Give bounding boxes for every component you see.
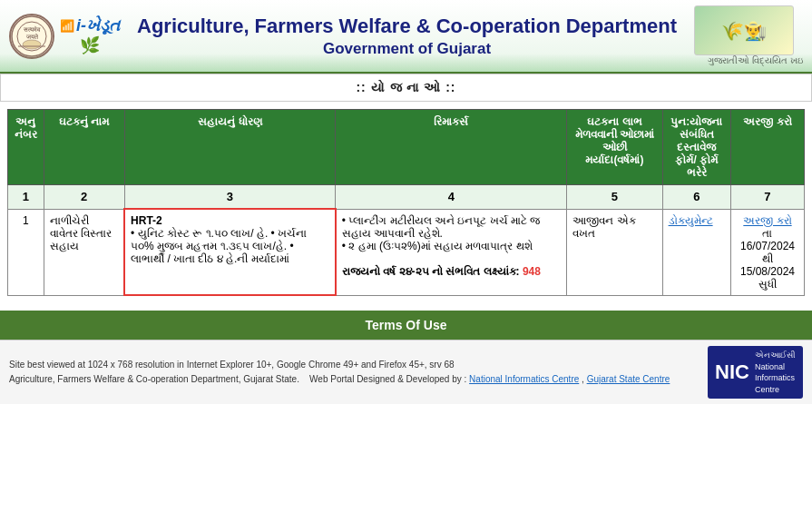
ikhedut-text: i-ખેડૂત (76, 16, 120, 35)
scheme-name: નાળીચેરી વાવેતર વિસ્તાર સહાય (44, 209, 124, 295)
leaf-decoration: 🌿 (80, 35, 100, 55)
docs-link[interactable]: ડોક્યુમેન્ટ (662, 209, 730, 295)
nic-national: National (755, 361, 796, 373)
dept-name: Agriculture, Farmers Welfare & Co-operat… (120, 14, 694, 40)
footer-right: NIC એનઆઈસી National Informatics Centre (708, 346, 803, 399)
terms-bar[interactable]: Terms Of Use (0, 311, 812, 340)
num-7: 7 (730, 185, 804, 210)
footer-dept: Agriculture, Farmers Welfare & Co-operat… (9, 374, 299, 384)
help-title: HRT-2 (131, 214, 329, 227)
footer-line1: Site best viewed at 1024 x 768 resolutio… (9, 358, 708, 372)
ikhedut-brand: 📶 i-ખેડૂત 🌿 (60, 16, 120, 55)
scheme-table: અનુ નંબર ઘટકનું નામ સહાયનું ધોરણ રિમાર્ક… (7, 109, 805, 296)
remarks-target-label: રાજ્યનો વર્ષ ૨૪-૨૫ નો સંભવિત લક્ષ્યાંક: … (342, 265, 561, 278)
footer-left: Site best viewed at 1024 x 768 resolutio… (9, 358, 708, 387)
logo-group: सत्यमेव जयते 📶 i-ખેડૂત 🌿 (9, 14, 120, 59)
remarks-label-text: રાજ્યનો વર્ષ ૨૪-૨૫ નો સંભવિત (342, 265, 480, 278)
apply-link[interactable]: અરજી કરો (737, 214, 798, 227)
nic-link[interactable]: National Informatics Centre (469, 374, 579, 384)
num-5: 5 (567, 185, 662, 210)
th-col1: અનુ નંબર (8, 110, 44, 185)
svg-point-4 (23, 40, 41, 49)
apply-from: થી (737, 252, 798, 265)
min-limit: આજીવન એક વખત (567, 209, 662, 295)
nav-label: :: યો જ ના ઓ :: (356, 80, 455, 94)
terms-label: Terms Of Use (366, 318, 447, 332)
footer-sep: , (582, 374, 584, 384)
wifi-icon: 📶 (60, 19, 74, 33)
num-6: 6 (662, 185, 730, 210)
help-details: • યુનિટ કોસ્ટ રૂ ૧.૫૦ લાખ/ હે. • ખર્ચના … (131, 227, 329, 265)
th-col5: ઘટકના લાભ મેળવવાની ઓછામાં ઓછી મર્યાદા(વર… (567, 110, 662, 185)
num-2: 2 (44, 185, 124, 210)
num-4: 4 (336, 185, 567, 210)
apply-date1: તા 16/07/2024 (737, 227, 798, 252)
nic-centre: Centre (755, 384, 796, 396)
th-col2: ઘટકનું નામ (44, 110, 124, 185)
apply-cell: અરજી કરો તા 16/07/2024 થી 15/08/2024 સુધ… (730, 209, 804, 295)
th-col4: રિમાર્ક્સ (336, 110, 567, 185)
remarks-cell: • પ્લાન્ટીંગ મટીરીયલ અને ઇનપૂટ ખર્ચ માટે… (336, 209, 567, 295)
svg-text:जयते: जयते (25, 33, 39, 40)
num-3: 3 (124, 185, 336, 210)
num-1: 1 (8, 185, 44, 210)
apply-till: સુધી (737, 278, 798, 291)
nic-acronym-text: NIC (715, 360, 749, 384)
table-header-row: અનુ નંબર ઘટકનું નામ સહાયનું ધોરણ રિમાર્ક… (8, 110, 805, 185)
docs-link-text[interactable]: ડોક્યુમેન્ટ (669, 214, 713, 227)
page-header: सत्यमेव जयते 📶 i-ખેડૂત 🌿 Agriculture, Fa… (0, 0, 812, 74)
help-standard: HRT-2 • યુનિટ કોસ્ટ રૂ ૧.૫૦ લાખ/ હે. • ખ… (124, 209, 336, 295)
table-row: 1 નાળીચેરી વાવેતર વિસ્તાર સહાય HRT-2 • ય… (8, 209, 805, 295)
gsc-link[interactable]: Gujarat State Centre (587, 374, 670, 384)
nic-informatics: Informatics (755, 372, 796, 384)
corner-text: ગુજરાતીઓ વિદ્યયિત ખ઼ઇ (694, 55, 803, 66)
th-col7: અરજી કરો (730, 110, 804, 185)
footer-developed-by: Web Portal Designed & Developed by : (309, 374, 466, 384)
remarks-line2: • ૨ હમા (ઉઃ૫૨%)માં સહાય મળવાપાત્ર થશે (342, 240, 561, 252)
nic-logo: NIC એનઆઈસી National Informatics Centre (708, 346, 803, 399)
th-col6: પુન:યોજના સંબંધિત દસ્તાવેજ ફોર્મ/ ફોર્મ … (662, 110, 730, 185)
nav-bar: :: યો જ ના ઓ :: (0, 74, 812, 102)
nic-hindi: એનઆઈસી (755, 350, 796, 361)
main-content: અનુ નંબર ઘટકનું નામ સહાયનું ધોરણ રિમાર્ક… (0, 102, 812, 303)
remarks-num: 948 (523, 265, 541, 278)
nic-fullname: એનઆઈસી National Informatics Centre (755, 350, 796, 395)
svg-text:सत्यमेव: सत्यमेव (23, 25, 41, 33)
remarks-num-label: લક્ષ્યાંક: (484, 265, 520, 278)
government-emblem: सत्यमेव जयते (9, 14, 54, 59)
th-col3: સહાયનું ધોરણ (124, 110, 336, 185)
apply-date2: 15/08/2024 (737, 265, 798, 278)
header-center: Agriculture, Farmers Welfare & Co-operat… (120, 14, 694, 58)
footer-line2: Agriculture, Farmers Welfare & Co-operat… (9, 372, 708, 387)
bottom-footer: Site best viewed at 1024 x 768 resolutio… (0, 340, 812, 404)
table-number-row: 1 2 3 4 5 6 7 (8, 185, 805, 210)
header-right: 🌾👨‍🌾 ગુજરાતીઓ વિદ્યયિત ખ઼ઇ (694, 5, 803, 66)
header-image: 🌾👨‍🌾 (694, 5, 794, 55)
row-num: 1 (8, 209, 44, 295)
remarks-line1: • પ્લાન્ટીંગ મટીરીયલ અને ઇનપૂટ ખર્ચ માટે… (342, 214, 561, 240)
govt-name: Government of Gujarat (120, 40, 694, 58)
